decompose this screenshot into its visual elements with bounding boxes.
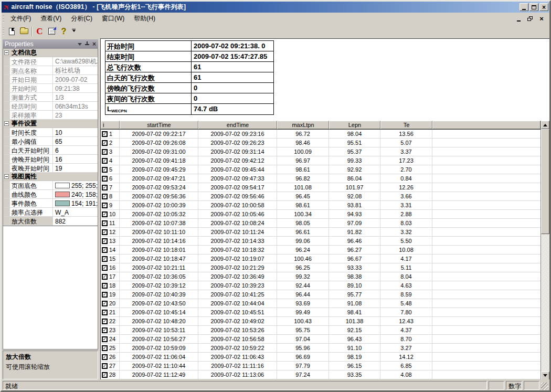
row-checkbox[interactable]: ✓: [102, 372, 108, 378]
property-value[interactable]: 23: [53, 111, 98, 119]
table-row[interactable]: ✓192009-07-02 10:40:392009-07-02 10:41:2…: [101, 290, 541, 299]
row-checkbox[interactable]: ✓: [102, 211, 108, 217]
column-header-i[interactable]: i: [101, 121, 120, 129]
scroll-up-button[interactable]: [541, 121, 549, 129]
row-checkbox[interactable]: ✓: [102, 292, 108, 298]
help-button[interactable]: ?: [58, 26, 70, 37]
property-value[interactable]: 65: [53, 137, 98, 145]
property-row[interactable]: 事件颜色154; 191; 18: [3, 199, 98, 208]
row-checkbox[interactable]: ✓: [102, 140, 108, 146]
collapse-minus-icon[interactable]: [4, 121, 9, 126]
row-checkbox[interactable]: ✓: [102, 274, 108, 280]
new-document-button[interactable]: [6, 26, 18, 37]
property-value[interactable]: 16: [53, 155, 98, 163]
table-row[interactable]: ✓72009-07-02 09:53:242009-07-02 09:54:17…: [101, 183, 541, 192]
table-row[interactable]: ✓252009-07-02 10:59:092009-07-02 10:59:2…: [101, 344, 541, 353]
vertical-scrollbar[interactable]: [541, 121, 549, 380]
menu-item[interactable]: 分析(C): [66, 13, 97, 24]
row-checkbox[interactable]: ✓: [102, 238, 108, 244]
row-checkbox[interactable]: ✓: [102, 158, 108, 164]
table-row[interactable]: ✓242009-07-02 10:56:272009-07-02 10:56:5…: [101, 335, 541, 344]
property-row[interactable]: 开始日期2009-07-02: [3, 75, 98, 84]
column-header-Te[interactable]: Te: [380, 121, 432, 129]
property-value[interactable]: 19: [53, 164, 98, 172]
property-row[interactable]: 文件路径C:\awa6298\机场: [3, 57, 98, 66]
menu-item[interactable]: 帮助(H): [129, 13, 160, 24]
mdi-close-button[interactable]: ×: [538, 15, 545, 22]
toolbar-overflow-button[interactable]: [71, 29, 77, 34]
property-section-header[interactable]: 文档信息: [3, 49, 98, 57]
property-row[interactable]: 页面底色255; 255; 25: [3, 181, 98, 190]
panel-dropdown-icon[interactable]: [78, 43, 82, 48]
property-row[interactable]: 频率点选择W_A: [3, 208, 98, 217]
property-value[interactable]: 154; 191; 18: [53, 199, 98, 207]
row-checkbox[interactable]: ✓: [102, 327, 108, 333]
toolbar-grip[interactable]: [3, 28, 4, 35]
row-checkbox[interactable]: ✓: [102, 283, 108, 289]
property-value[interactable]: 240; 158; 15: [53, 190, 98, 198]
menu-grip[interactable]: [3, 15, 4, 23]
property-row[interactable]: 采样频率23: [3, 111, 98, 120]
column-header-endTime[interactable]: endTime: [198, 121, 277, 129]
table-row[interactable]: ✓92009-07-02 10:00:392009-07-02 10:00:58…: [101, 201, 541, 210]
row-checkbox[interactable]: ✓: [102, 176, 108, 182]
property-value[interactable]: C:\awa6298\机场: [53, 57, 98, 66]
table-row[interactable]: ✓152009-07-02 10:18:472009-07-02 10:19:0…: [101, 255, 541, 263]
table-row[interactable]: ✓272009-07-02 11:10:442009-07-02 11:11:1…: [101, 362, 541, 370]
table-row[interactable]: ✓22009-07-02 09:26:082009-07-02 09:26:23…: [101, 139, 541, 147]
row-checkbox[interactable]: ✓: [102, 203, 108, 208]
row-checkbox[interactable]: ✓: [102, 131, 108, 137]
row-checkbox[interactable]: ✓: [102, 256, 108, 262]
property-row[interactable]: 夜晚开始时间19: [3, 164, 98, 173]
property-value[interactable]: 09:21:38: [53, 84, 98, 92]
c-weighting-button[interactable]: C: [34, 26, 46, 37]
table-row[interactable]: ✓32009-07-02 09:31:002009-07-02 09:31:14…: [101, 147, 541, 156]
properties-button[interactable]: [46, 26, 58, 37]
property-row[interactable]: 开始时间09:21:38: [3, 84, 98, 93]
table-row[interactable]: ✓232009-07-02 10:53:112009-07-02 10:53:2…: [101, 326, 541, 335]
row-checkbox[interactable]: ✓: [102, 301, 108, 306]
property-value[interactable]: 10: [53, 128, 98, 136]
table-row[interactable]: ✓222009-07-02 10:48:202009-07-02 10:49:0…: [101, 317, 541, 326]
property-value[interactable]: 06h34m13s: [53, 102, 98, 110]
row-checkbox[interactable]: ✓: [102, 247, 108, 253]
property-row[interactable]: 测量方式1/3: [3, 93, 98, 102]
menu-item[interactable]: 文件(F): [6, 13, 36, 24]
row-checkbox[interactable]: ✓: [102, 220, 108, 226]
table-row[interactable]: ✓52009-07-02 09:45:292009-07-02 09:45:44…: [101, 165, 541, 174]
collapse-minus-icon[interactable]: [4, 174, 9, 179]
property-value[interactable]: 6: [53, 146, 98, 154]
mdi-restore-button[interactable]: [526, 15, 534, 22]
property-value[interactable]: 882: [53, 217, 98, 225]
property-section-header[interactable]: 事件设置: [3, 120, 98, 128]
panel-close-icon[interactable]: ×: [92, 41, 96, 47]
table-row[interactable]: ✓182009-07-02 10:39:122009-07-02 10:39:2…: [101, 281, 541, 290]
close-button[interactable]: ×: [539, 3, 548, 11]
table-row[interactable]: ✓172009-07-02 10:36:052009-07-02 10:36:4…: [101, 272, 541, 281]
collapse-minus-icon[interactable]: [4, 50, 9, 55]
row-checkbox[interactable]: ✓: [102, 319, 108, 324]
row-checkbox[interactable]: ✓: [102, 336, 108, 342]
table-row[interactable]: ✓42009-07-02 09:41:182009-07-02 09:42:12…: [101, 156, 541, 165]
property-row[interactable]: 测点名称栎社机场: [3, 66, 98, 75]
property-value[interactable]: 栎社机场: [53, 66, 98, 75]
menu-item[interactable]: 查看(V): [36, 13, 66, 24]
property-row[interactable]: 时间长度10: [3, 128, 98, 137]
row-checkbox[interactable]: ✓: [102, 354, 108, 360]
table-row[interactable]: ✓162009-07-02 10:21:112009-07-02 10:21:2…: [101, 263, 541, 272]
property-value[interactable]: 255; 255; 25: [53, 181, 98, 189]
property-value[interactable]: W_A: [53, 208, 98, 216]
row-checkbox[interactable]: ✓: [102, 167, 108, 173]
row-checkbox[interactable]: ✓: [102, 265, 108, 271]
row-checkbox[interactable]: ✓: [102, 149, 108, 155]
table-row[interactable]: ✓102009-07-02 10:05:322009-07-02 10:05:4…: [101, 210, 541, 219]
row-checkbox[interactable]: ✓: [102, 194, 108, 199]
scrollbar-track[interactable]: [541, 234, 549, 372]
properties-panel-header[interactable]: Properties ×: [3, 39, 98, 49]
row-checkbox[interactable]: ✓: [102, 345, 108, 351]
table-row[interactable]: ✓142009-07-02 10:18:012009-07-02 10:18:3…: [101, 246, 541, 255]
property-row[interactable]: 放大倍数882: [3, 217, 98, 226]
row-checkbox[interactable]: ✓: [102, 185, 108, 190]
row-checkbox[interactable]: ✓: [102, 310, 108, 315]
table-row[interactable]: ✓122009-07-02 10:11:102009-07-02 10:11:2…: [101, 228, 541, 237]
